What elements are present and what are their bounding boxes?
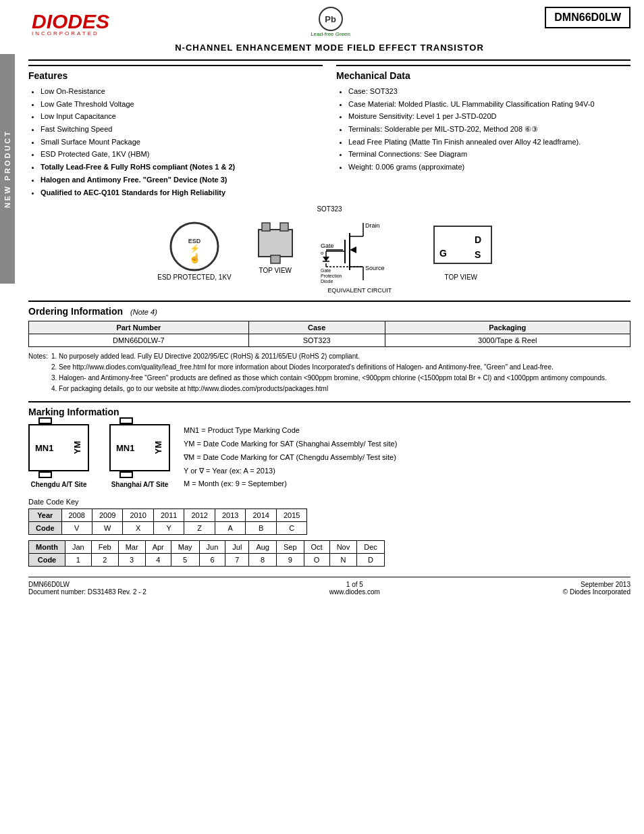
side-banner-text: NEW PRODUCT — [3, 130, 11, 208]
svg-text:o: o — [321, 250, 324, 256]
packaging-cell: 3000/Tape & Reel — [385, 334, 630, 347]
shanghai-label: Shanghai A/T Site — [111, 481, 169, 488]
list-item: Halogen and Antimony Free. "Green" Devic… — [41, 174, 323, 186]
features-divider — [28, 65, 323, 66]
footer-right: September 2013 © Diodes Incorporated — [563, 581, 630, 596]
legend-item-3: ∇M = Date Code Marking for CAT (Chengdu … — [184, 451, 397, 465]
sot323-topview-diagram: D G S TOP VIEW — [421, 219, 502, 281]
year-2011: 2011 — [153, 509, 184, 522]
code-n: N — [329, 554, 357, 567]
svg-text:INCORPORATED: INCORPORATED — [32, 30, 99, 36]
svg-text:Drain: Drain — [365, 222, 380, 229]
svg-text:S: S — [475, 249, 481, 260]
footer-part: DMN66D0LW — [28, 581, 146, 588]
year-row: Year 2008 2009 2010 2011 2012 2013 2014 … — [29, 509, 307, 522]
col-header-packaging: Packaging — [385, 321, 630, 334]
features-mechanical: Features Low On-Resistance Low Gate Thre… — [28, 65, 630, 199]
part-number-cell: DMN66D0LW-7 — [29, 334, 249, 347]
year-2009: 2009 — [92, 509, 122, 522]
year-2012: 2012 — [184, 509, 215, 522]
ordering-note: (Note 4) — [130, 308, 157, 316]
year-2015: 2015 — [276, 509, 306, 522]
code-c: C — [276, 522, 306, 535]
list-item: Lead Free Plating (Matte Tin Finish anne… — [348, 136, 630, 149]
ordering-section: Ordering Information (Note 4) Part Numbe… — [28, 301, 630, 394]
notes-section: Notes: 1. No purposely added lead. Fully… — [28, 351, 630, 394]
code-4: 4 — [145, 554, 171, 567]
col-header-case: Case — [248, 321, 385, 334]
code-9: 9 — [276, 554, 304, 567]
svg-text:DIODES: DIODES — [32, 10, 109, 32]
diodes-logo: DIODES INCORPORATED — [28, 7, 116, 37]
month-label: Month — [29, 541, 65, 554]
notes-list: 1. No purposely added lead. Fully EU Dir… — [51, 351, 607, 394]
month-nov: Nov — [329, 541, 357, 554]
code-v: V — [61, 522, 92, 535]
main-title: N-CHANNEL ENHANCEMENT MODE FIELD EFFECT … — [28, 43, 630, 53]
sot323-label: SOT323 — [28, 205, 630, 213]
mechanical-divider — [336, 65, 630, 66]
legend-item-5: M = Month (ex: 9 = September) — [184, 477, 397, 491]
marking-divider — [28, 401, 630, 402]
code-z: Z — [184, 522, 215, 535]
mechanical-section: Mechanical Data Case: SOT323 Case Materi… — [336, 65, 630, 199]
features-title: Features — [28, 70, 323, 81]
mechanical-list: Case: SOT323 Case Material: Molded Plast… — [336, 85, 630, 174]
footer-doc: Document number: DS31483 Rev. 2 - 2 — [28, 588, 146, 596]
svg-text:Gate: Gate — [321, 242, 334, 249]
code-d: D — [357, 554, 385, 567]
chip-box-shanghai: MN1 YM — [109, 424, 170, 471]
chip-box-chengdu: MN1 YM — [28, 424, 89, 471]
list-item: Low On-Resistance — [41, 85, 323, 98]
svg-text:Gate: Gate — [321, 268, 331, 273]
diagrams-row: ESD ⚡ ☝ ESD PROTECTED, 1KV TOP VIEW — [28, 219, 630, 294]
svg-text:Source: Source — [365, 265, 385, 271]
list-item: Low Gate Threshold Voltage — [41, 98, 323, 111]
list-item: Terminals: Solderable per MIL-STD-202, M… — [348, 123, 630, 136]
esd-icon: ESD ⚡ ☝ — [167, 219, 221, 273]
svg-marker-22 — [350, 246, 356, 253]
year-2013: 2013 — [215, 509, 245, 522]
month-jul: Jul — [225, 541, 249, 554]
year-code-table: Year 2008 2009 2010 2011 2012 2013 2014 … — [28, 509, 307, 535]
list-item: Totally Lead-Free & Fully RoHS compliant… — [41, 161, 323, 174]
note-3: 3. Halogen- and Antimony-free "Green" pr… — [51, 373, 607, 384]
marking-title: Marking Information — [28, 407, 630, 417]
part-number: DMN66D0LW — [554, 11, 621, 23]
chip-ym-chengdu: YM — [72, 441, 82, 454]
svg-text:⚡: ⚡ — [190, 243, 200, 253]
note-2: 2. See http://www.diodes.com/quality/lea… — [51, 362, 607, 373]
year-2014: 2014 — [246, 509, 276, 522]
case-cell: SOT323 — [248, 334, 385, 347]
footer-left: DMN66D0LW Document number: DS31483 Rev. … — [28, 581, 146, 596]
svg-marker-24 — [323, 257, 329, 261]
month-dec: Dec — [357, 541, 385, 554]
marking-chips: MN1 YM Chengdu A/T Site MN1 — [28, 424, 170, 488]
code-2: 2 — [91, 554, 118, 567]
code-o: O — [304, 554, 329, 567]
year-label: Year — [29, 509, 62, 522]
svg-text:G: G — [439, 248, 447, 259]
code-label: Code — [29, 522, 62, 535]
page: NEW PRODUCT DIODES INCORPORATED Pb Lead-… — [0, 0, 644, 834]
marking-legend: MN1 = Product Type Marking Code YM = Dat… — [184, 424, 397, 491]
month-feb: Feb — [91, 541, 118, 554]
list-item: ESD Protected Gate, 1KV (HBM) — [41, 148, 323, 161]
svg-text:Diode: Diode — [321, 279, 333, 284]
year-code-row: Code V W X Y Z A B C — [29, 522, 307, 535]
equiv-circuit-icon: Drain Gate o Source — [319, 219, 400, 287]
legend-item-2: YM = Date Code Marking for SAT (Shanghai… — [184, 438, 397, 451]
esd-label: ESD PROTECTED, 1KV — [157, 273, 231, 281]
esd-diagram: ESD ⚡ ☝ ESD PROTECTED, 1KV — [157, 219, 231, 281]
equiv-label: EQUIVALENT CIRCUIT — [327, 287, 392, 294]
list-item: Weight: 0.006 grams (approximate) — [348, 161, 630, 174]
code-5: 5 — [171, 554, 199, 567]
legend-item-4: Y or ∇ = Year (ex: A = 2013) — [184, 465, 397, 478]
pb-label: Lead-free Green — [311, 31, 350, 37]
list-item: Terminal Connections: See Diagram — [348, 148, 630, 161]
chengdu-chip: MN1 YM Chengdu A/T Site — [28, 424, 89, 488]
list-item: Case: SOT323 — [348, 85, 630, 98]
list-item: Fast Switching Speed — [41, 123, 323, 136]
marking-content: MN1 YM Chengdu A/T Site MN1 — [28, 424, 630, 491]
side-banner: NEW PRODUCT — [0, 54, 15, 284]
